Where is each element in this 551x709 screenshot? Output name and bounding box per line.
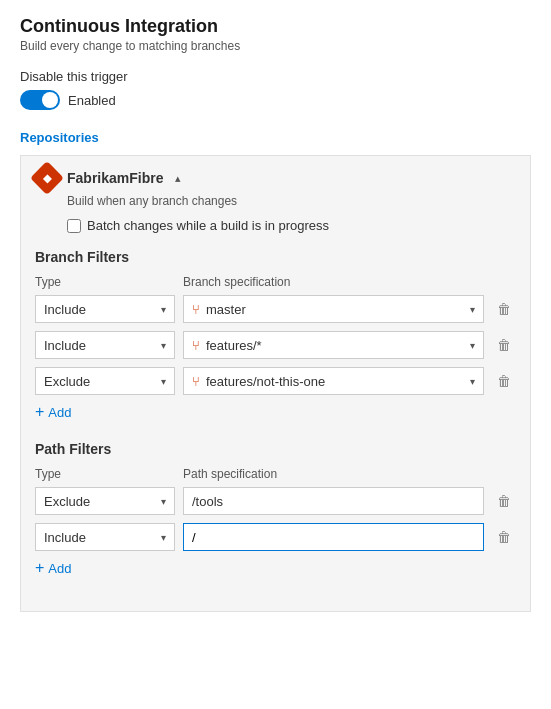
toggle-state-label: Enabled xyxy=(68,93,116,108)
branch-filter-row-1: Include ▾ ⑂ master ▾ 🗑 xyxy=(35,295,516,323)
batch-checkbox[interactable] xyxy=(67,219,81,233)
disable-trigger-label: Disable this trigger xyxy=(20,69,531,84)
branch-icon-2: ⑂ xyxy=(192,338,200,353)
add-path-plus-icon: + xyxy=(35,559,44,577)
add-branch-label: Add xyxy=(48,405,71,420)
chevron-down-icon-3: ▾ xyxy=(161,376,166,387)
path-filters-section: Path Filters Type Path specification Exc… xyxy=(35,441,516,577)
add-branch-plus-icon: + xyxy=(35,403,44,421)
batch-label: Batch changes while a build is in progre… xyxy=(87,218,329,233)
branch-spec-field-2: ⑂ features/* ▾ xyxy=(183,331,484,359)
add-path-filter-button[interactable]: + Add xyxy=(35,559,516,577)
chevron-down-icon-1: ▾ xyxy=(161,304,166,315)
branch-spec-field-3: ⑂ features/not-this-one ▾ xyxy=(183,367,484,395)
repo-description: Build when any branch changes xyxy=(67,194,516,208)
enable-toggle[interactable] xyxy=(20,90,60,110)
branch-type-select-3[interactable]: Exclude ▾ xyxy=(35,367,175,395)
branch-icon-1: ⑂ xyxy=(192,302,200,317)
path-type-col-header: Type xyxy=(35,467,175,481)
repo-expand-chevron[interactable]: ▴ xyxy=(175,172,181,185)
delete-branch-filter-2[interactable]: 🗑 xyxy=(492,333,516,357)
repo-name: FabrikamFibre xyxy=(67,170,163,186)
add-branch-filter-button[interactable]: + Add xyxy=(35,403,516,421)
path-spec-field-1: /tools xyxy=(183,487,484,515)
branch-type-col-header: Type xyxy=(35,275,175,289)
path-filter-row-2: Include ▾ 🗑 xyxy=(35,523,516,551)
path-spec-input-wrap-2 xyxy=(183,523,484,551)
branch-spec-chevron-2[interactable]: ▾ xyxy=(470,340,475,351)
path-type-select-1[interactable]: Exclude ▾ xyxy=(35,487,175,515)
delete-path-filter-1[interactable]: 🗑 xyxy=(492,489,516,513)
path-spec-col-header: Path specification xyxy=(183,467,516,481)
page-title: Continuous Integration xyxy=(20,16,531,37)
branch-spec-col-header: Branch specification xyxy=(183,275,516,289)
branch-filters-title: Branch Filters xyxy=(35,249,516,265)
branch-spec-field-1: ⑂ master ▾ xyxy=(183,295,484,323)
delete-branch-filter-1[interactable]: 🗑 xyxy=(492,297,516,321)
repo-block: ◆ FabrikamFibre ▴ Build when any branch … xyxy=(20,155,531,612)
path-filters-title: Path Filters xyxy=(35,441,516,457)
delete-path-filter-2[interactable]: 🗑 xyxy=(492,525,516,549)
path-chevron-down-icon-2: ▾ xyxy=(161,532,166,543)
path-chevron-down-icon-1: ▾ xyxy=(161,496,166,507)
branch-filter-row-3: Exclude ▾ ⑂ features/not-this-one ▾ 🗑 xyxy=(35,367,516,395)
add-path-label: Add xyxy=(48,561,71,576)
branch-type-select-2[interactable]: Include ▾ xyxy=(35,331,175,359)
branch-type-select-1[interactable]: Include ▾ xyxy=(35,295,175,323)
chevron-down-icon-2: ▾ xyxy=(161,340,166,351)
page-subtitle: Build every change to matching branches xyxy=(20,39,531,53)
branch-spec-chevron-1[interactable]: ▾ xyxy=(470,304,475,315)
path-spec-input-2[interactable] xyxy=(183,523,484,551)
repositories-section-title: Repositories xyxy=(20,130,531,145)
repo-icon: ◆ xyxy=(30,161,64,195)
branch-icon-3: ⑂ xyxy=(192,374,200,389)
path-filter-row-1: Exclude ▾ /tools 🗑 xyxy=(35,487,516,515)
branch-filter-row-2: Include ▾ ⑂ features/* ▾ 🗑 xyxy=(35,331,516,359)
branch-spec-chevron-3[interactable]: ▾ xyxy=(470,376,475,387)
path-type-select-2[interactable]: Include ▾ xyxy=(35,523,175,551)
delete-branch-filter-3[interactable]: 🗑 xyxy=(492,369,516,393)
